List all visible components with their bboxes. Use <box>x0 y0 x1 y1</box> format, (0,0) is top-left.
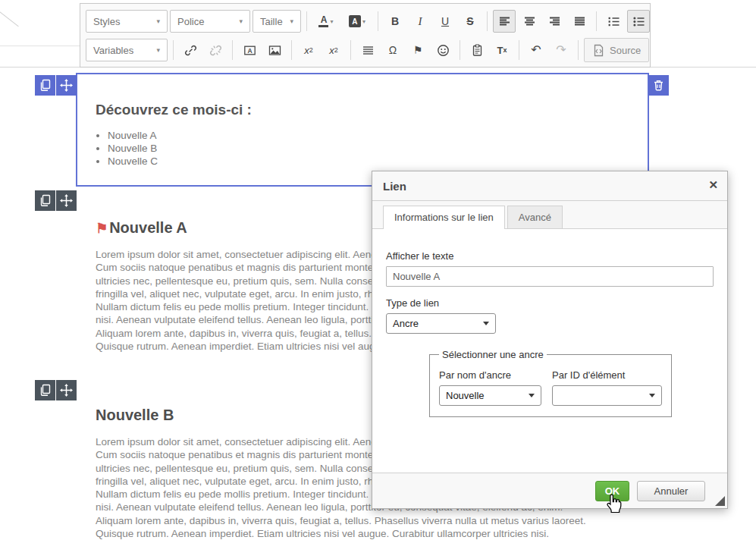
chevron-down-icon: ▾ <box>362 18 365 25</box>
text-color-icon: A <box>318 15 328 27</box>
toolbar-separator <box>487 11 488 31</box>
resize-handle-icon[interactable] <box>715 496 725 506</box>
horizontal-rule-button[interactable] <box>356 39 379 61</box>
toolbar-separator <box>578 40 579 60</box>
background-color-icon: A <box>349 15 361 27</box>
styles-combo[interactable]: Styles ▾ <box>86 10 168 33</box>
copy-icon <box>39 384 52 397</box>
font-combo[interactable]: Police ▾ <box>170 10 250 33</box>
dialog-tabs: Informations sur le lien Avancé <box>372 201 727 229</box>
cancel-button[interactable]: Annuler <box>637 481 705 501</box>
editor-toolbar: Styles ▾ Police ▾ Taille ▾ A ▾ A ▾ <box>80 3 651 68</box>
link-type-label: Type de lien <box>386 297 714 309</box>
toolbar-separator <box>306 11 307 31</box>
numbered-list-button[interactable] <box>602 10 625 33</box>
subscript-button[interactable]: x2 <box>297 39 320 61</box>
superscript-button[interactable]: x2 <box>322 39 345 61</box>
placeholder-button[interactable]: A <box>238 39 261 61</box>
toolbar-row-1: Styles ▾ Police ▾ Taille ▾ A ▾ A ▾ <box>86 7 645 36</box>
bullet-list-icon <box>632 15 645 27</box>
tab-advanced[interactable]: Avancé <box>507 206 563 228</box>
unlink-button[interactable] <box>204 39 227 61</box>
move-icon <box>60 79 73 92</box>
list-item[interactable]: Nouvelle A <box>108 129 648 142</box>
paste-button[interactable] <box>466 39 488 61</box>
anchor-button[interactable]: ⚑ <box>406 39 429 61</box>
copy-block-button[interactable] <box>35 380 55 400</box>
anchor-columns: Par nom d'ancre Nouvelle Par ID d'élémen… <box>439 369 662 406</box>
block-delete <box>648 75 669 96</box>
display-text-input[interactable] <box>386 266 714 287</box>
anchor-by-id-select[interactable] <box>552 385 662 406</box>
delete-block-button[interactable] <box>648 75 669 96</box>
strikethrough-button[interactable]: S <box>459 10 482 33</box>
anchor-by-name-label: Par nom d'ancre <box>439 369 541 381</box>
remove-format-button[interactable]: Tx <box>491 39 513 61</box>
smiley-button[interactable] <box>431 39 454 61</box>
anchor-flag-icon: ⚑ <box>96 220 108 237</box>
dialog-title: Lien <box>383 180 406 193</box>
source-button[interactable]: Source <box>584 38 649 62</box>
align-left-icon <box>498 15 511 27</box>
bold-button[interactable]: B <box>384 10 406 33</box>
link-icon <box>184 44 197 57</box>
align-left-button[interactable] <box>493 10 516 33</box>
size-combo[interactable]: Taille ▾ <box>253 10 301 33</box>
bullet-list-button[interactable] <box>627 10 650 33</box>
left-divider <box>0 46 80 46</box>
toolbar-separator <box>232 40 233 60</box>
chevron-down-icon <box>649 394 655 397</box>
toolbar-separator <box>596 11 597 31</box>
anchor-by-name-select[interactable]: Nouvelle <box>439 385 541 406</box>
anchor-by-name-group: Par nom d'ancre Nouvelle <box>439 369 541 406</box>
special-char-button[interactable]: Ω <box>381 39 404 61</box>
chevron-down-icon: ▾ <box>239 17 243 25</box>
list-item[interactable]: Nouvelle C <box>108 155 648 168</box>
link-button[interactable] <box>179 39 202 61</box>
unlink-icon <box>209 44 222 57</box>
toolbar-separator <box>460 40 460 60</box>
move-block-button[interactable] <box>56 190 77 211</box>
undo-button[interactable]: ↶ <box>525 39 547 61</box>
mouse-cursor-icon <box>605 493 623 517</box>
placeholder-icon: A <box>243 44 256 57</box>
dialog-titlebar[interactable]: Lien ✕ <box>372 171 727 201</box>
variables-combo[interactable]: Variables ▾ <box>86 39 168 61</box>
redo-button[interactable]: ↷ <box>550 39 572 61</box>
anchor-by-id-group: Par ID d'élément <box>552 369 662 406</box>
omega-icon: Ω <box>389 45 397 55</box>
horizontal-rule-icon <box>362 44 375 57</box>
underline-button[interactable]: U <box>434 10 456 33</box>
clipboard-icon <box>471 44 484 57</box>
image-button[interactable] <box>263 39 286 61</box>
close-icon[interactable]: ✕ <box>708 178 718 192</box>
undo-icon: ↶ <box>531 44 541 56</box>
align-right-button[interactable] <box>543 10 566 33</box>
background-color-button[interactable]: A ▾ <box>342 10 372 33</box>
copy-block-button[interactable] <box>35 190 55 211</box>
intro-list: Nouvelle A Nouvelle B Nouvelle C <box>77 129 648 168</box>
copy-icon <box>39 79 52 92</box>
chevron-down-icon: ▾ <box>290 17 293 25</box>
list-item[interactable]: Nouvelle B <box>108 142 648 155</box>
chevron-down-icon <box>529 394 535 397</box>
align-justify-button[interactable] <box>568 10 591 33</box>
align-right-icon <box>548 15 561 27</box>
move-block-button[interactable] <box>56 75 77 96</box>
italic-button[interactable]: I <box>409 10 431 33</box>
chevron-down-icon: ▾ <box>156 46 160 54</box>
move-block-button[interactable] <box>56 380 77 400</box>
toolbar-separator <box>173 40 174 60</box>
align-center-button[interactable] <box>518 10 541 33</box>
text-color-button[interactable]: A ▾ <box>312 10 340 33</box>
tab-link-info[interactable]: Informations sur le lien <box>383 206 505 229</box>
toolbar-separator <box>350 40 351 60</box>
toolbar-separator <box>519 40 519 60</box>
copy-block-button[interactable] <box>35 75 55 96</box>
move-icon <box>60 384 73 397</box>
block-handles <box>35 190 77 211</box>
selected-content-block[interactable]: Découvrez ce mois-ci : Nouvelle A Nouvel… <box>76 73 649 187</box>
dialog-body: Afficher le texte Type de lien Ancre Sél… <box>372 229 727 473</box>
corner-mark <box>0 11 19 27</box>
link-type-select[interactable]: Ancre <box>386 313 496 334</box>
